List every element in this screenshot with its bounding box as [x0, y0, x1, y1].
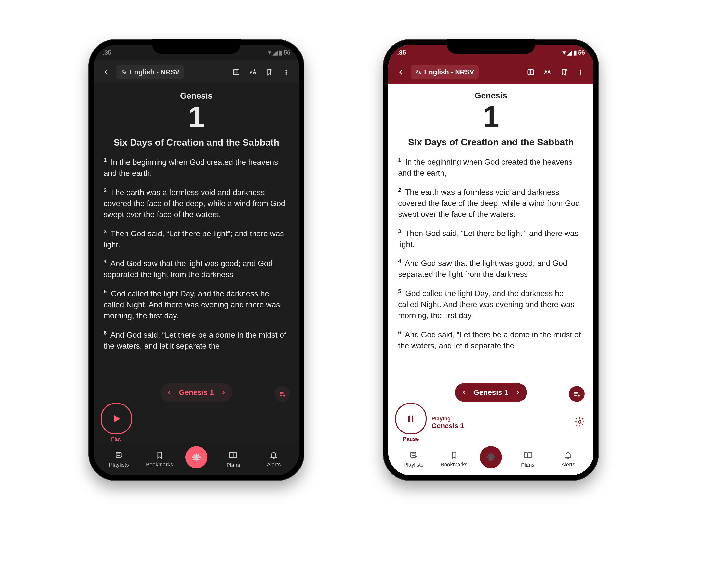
verse[interactable]: 2 The earth was a formless void and dark… [104, 187, 289, 220]
add-to-list-button[interactable] [275, 386, 290, 402]
verse[interactable]: 4 And God saw that the light was good; a… [398, 257, 584, 280]
pause-icon [406, 414, 416, 424]
gear-icon [574, 417, 585, 427]
verse[interactable]: 6 And God said, “Let there be a dome in … [104, 329, 289, 352]
pause-label: Pause [403, 436, 419, 442]
svg-point-26 [580, 73, 581, 74]
verse[interactable]: 1 In the beginning when God created the … [398, 156, 584, 179]
section-title: Six Days of Creation and the Sabbath [398, 137, 584, 148]
verse-number: 4 [398, 258, 401, 264]
playlist-icon [115, 451, 124, 460]
chevron-right-icon[interactable] [220, 389, 226, 396]
svg-point-7 [286, 72, 287, 72]
svg-point-34 [579, 421, 581, 423]
bookmark-plus-icon [266, 68, 273, 76]
more-vertical-icon [283, 69, 289, 75]
play-button[interactable] [101, 403, 132, 434]
tab-label: Plans [521, 462, 535, 468]
verse-number: 3 [398, 228, 401, 234]
translation-selector[interactable]: English - NRSV [411, 65, 479, 79]
add-to-list-button[interactable] [569, 386, 585, 402]
tab-playlists[interactable]: Playlists [104, 451, 134, 468]
tab-bar: Playlists Bookmarks Plans Alerts [94, 444, 299, 475]
playlist-icon [409, 451, 418, 460]
verse-number: 1 [104, 157, 106, 163]
chapter-pill-label: Genesis 1 [474, 388, 508, 397]
verse-number: 5 [104, 289, 106, 295]
font-icon [543, 68, 551, 76]
tab-plans[interactable]: Plans [219, 451, 248, 468]
chevron-left-icon[interactable] [167, 389, 173, 396]
verse[interactable]: 6 And God said, “Let there be a dome in … [398, 329, 584, 352]
pause-button[interactable] [395, 403, 427, 434]
translation-label: English - NRSV [424, 68, 474, 76]
parallel-view-button[interactable] [229, 65, 243, 79]
bookmark-icon [450, 451, 458, 459]
tab-label: Alerts [267, 461, 281, 468]
notch [447, 39, 535, 54]
verse[interactable]: 1 In the beginning when God created the … [104, 156, 289, 179]
verse-number: 5 [398, 288, 401, 294]
verse-list: 1 In the beginning when God created the … [104, 156, 289, 352]
chapter-number: 1 [104, 101, 289, 133]
svg-marker-14 [114, 415, 120, 423]
font-size-button[interactable] [540, 65, 554, 79]
chapter-pill-label: Genesis 1 [179, 388, 214, 397]
tab-bookmarks[interactable]: Bookmarks [145, 451, 174, 468]
chevron-right-icon[interactable] [515, 389, 521, 396]
audio-player: Play [94, 404, 299, 441]
phone-dark: .35 ▾ ◢ ▮ 56 English - NRSV [88, 39, 304, 481]
book-open-icon [229, 451, 238, 460]
verse-number: 1 [398, 157, 401, 163]
translation-selector[interactable]: English - NRSV [116, 65, 184, 79]
status-indicators: ▾ ◢ ▮ 56 [563, 49, 585, 56]
tab-label: Playlists [109, 462, 129, 468]
more-vertical-icon [578, 69, 584, 75]
tab-alerts[interactable]: Alerts [553, 451, 583, 468]
tab-bar: Playlists Bookmarks Plans Alerts [388, 444, 593, 475]
player-info: Playing Genesis 1 [432, 416, 464, 430]
bookmark-plus-icon [561, 68, 568, 76]
back-button[interactable] [100, 65, 113, 79]
verse[interactable]: 3 Then God said, “Let there be light”; a… [104, 228, 289, 251]
status-time: .35 [103, 49, 111, 56]
verse[interactable]: 5 God called the light Day, and the dark… [398, 288, 584, 321]
phone-light: .35 ▾ ◢ ▮ 56 English - NRSV [383, 39, 599, 481]
book-title: Genesis [398, 91, 584, 100]
list-plus-icon [278, 390, 286, 398]
tab-home[interactable] [480, 446, 502, 468]
bookmark-icon [155, 451, 164, 459]
verse[interactable]: 5 God called the light Day, and the dark… [104, 288, 289, 322]
verse-number: 6 [104, 330, 106, 336]
book-title: Genesis [104, 91, 289, 101]
chapter-number: 1 [398, 100, 584, 133]
play-label: Play [111, 436, 122, 442]
tab-playlists[interactable]: Playlists [399, 451, 428, 468]
font-size-button[interactable] [246, 65, 260, 79]
verse[interactable]: 3 Then God said, “Let there be light”; a… [398, 227, 584, 250]
back-button[interactable] [394, 65, 408, 79]
translate-icon [121, 69, 127, 75]
translation-label: English - NRSV [130, 68, 180, 76]
parallel-view-button[interactable] [524, 65, 538, 79]
player-settings-button[interactable] [574, 417, 587, 429]
verse[interactable]: 2 The earth was a formless void and dark… [398, 186, 584, 220]
bookmark-add-button[interactable] [557, 65, 571, 79]
notch [152, 39, 241, 54]
chapter-navigator[interactable]: Genesis 1 [455, 383, 527, 402]
verse[interactable]: 4 And God saw that the light was good; a… [104, 258, 289, 280]
tab-alerts[interactable]: Alerts [259, 451, 288, 468]
status-time: .35 [397, 49, 406, 56]
book-open-icon [523, 451, 532, 460]
chevron-left-icon[interactable] [461, 389, 467, 396]
bell-icon [564, 451, 572, 459]
tab-plans[interactable]: Plans [513, 451, 542, 468]
tab-bookmarks[interactable]: Bookmarks [439, 451, 469, 468]
status-indicators: ▾ ◢ ▮ 56 [268, 49, 290, 56]
more-button[interactable] [279, 65, 293, 79]
more-button[interactable] [574, 65, 588, 79]
bookmark-add-button[interactable] [262, 65, 276, 79]
chapter-navigator[interactable]: Genesis 1 [160, 383, 233, 402]
tab-label: Bookmarks [146, 461, 173, 468]
tab-home[interactable] [185, 446, 207, 468]
